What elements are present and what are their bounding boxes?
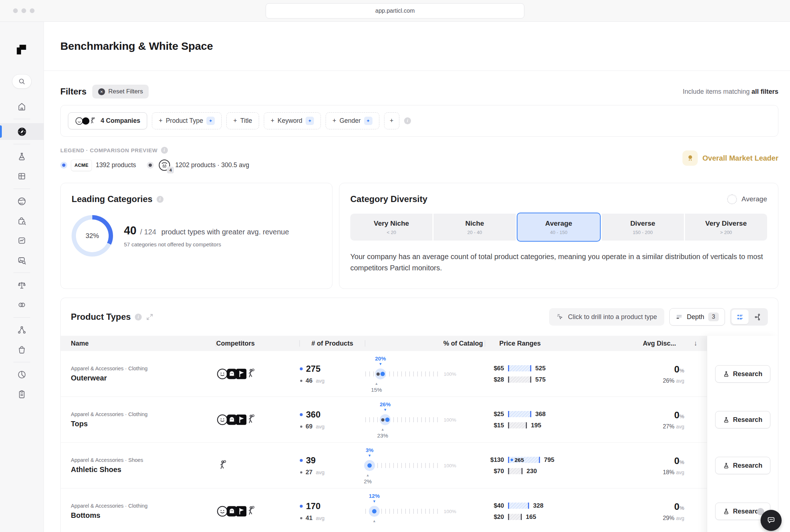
keyword-filter-chip[interactable]: + Keyword ✦: [264, 112, 321, 129]
image-search-icon: [17, 255, 27, 265]
column-header-price[interactable]: Price Ranges: [485, 336, 638, 351]
sidebar-search-button[interactable]: [12, 74, 32, 89]
discount-value: 0: [674, 410, 679, 420]
window-controls[interactable]: [13, 8, 35, 13]
search-icon: [17, 77, 26, 86]
sidebar-item-reports[interactable]: [0, 386, 44, 403]
sidebar-item-trends[interactable]: [0, 232, 44, 249]
segment-very-niche[interactable]: Very Niche < 20: [350, 214, 432, 241]
sidebar-item-compare[interactable]: [0, 277, 44, 294]
price-high: 368: [535, 411, 545, 418]
product-count: 360: [306, 410, 321, 420]
research-button[interactable]: Research: [715, 365, 770, 383]
catalog-percent: 12%: [365, 493, 384, 499]
row-name: Outerwear: [71, 374, 216, 382]
sidebar-divider: [13, 119, 30, 119]
table-row-outerwear[interactable]: Apparel & Accessories · Clothing Outerwe…: [61, 351, 778, 397]
research-button[interactable]: Research: [715, 411, 770, 428]
logo-icon: [16, 44, 28, 56]
depth-icon: [676, 313, 683, 321]
track-max-label: 100%: [444, 463, 456, 468]
sidebar-divider: [13, 317, 30, 318]
product-count: 275: [306, 364, 321, 374]
table-row-bottoms[interactable]: Apparel & Accessories · Clothing Bottoms: [61, 488, 778, 532]
price-low: $70: [485, 468, 504, 475]
add-filter-chip[interactable]: +: [384, 112, 399, 129]
competitor-count-badge: 4: [167, 166, 174, 174]
segment-average[interactable]: Average 40 - 150: [517, 213, 600, 242]
product-count-avg: 27: [306, 469, 313, 476]
categories-caption: product types with greater avg. revenue: [161, 228, 289, 236]
sidebar-item-image-search[interactable]: [0, 252, 44, 269]
sidebar-item-lab[interactable]: [0, 148, 44, 165]
product-type-filter-chip[interactable]: + Product Type ✦: [152, 112, 222, 129]
column-header-competitors[interactable]: Competitors: [216, 336, 300, 351]
slider-marker: [369, 506, 380, 517]
sidebar-item-share[interactable]: [0, 366, 44, 383]
sidebar-item-benchmarking[interactable]: [0, 123, 44, 140]
sidebar-item-shopping[interactable]: [0, 341, 44, 358]
depth-button[interactable]: Depth 3: [669, 308, 725, 326]
price-range-bar: [508, 411, 531, 417]
title-filter-chip[interactable]: + Title: [226, 112, 259, 129]
discount-avg: 29%: [663, 515, 674, 521]
price-low: $130: [485, 456, 504, 464]
list-view-toggle[interactable]: [731, 310, 749, 324]
info-icon[interactable]: i: [157, 196, 164, 203]
price-ranges: $65 525 $28 575: [485, 365, 638, 383]
sidebar-item-matching[interactable]: [0, 297, 44, 313]
diversity-segmented-control: Very Niche < 20 Niche 20 - 40 Average 40…: [350, 214, 767, 242]
info-icon[interactable]: i: [135, 314, 142, 321]
column-header-name[interactable]: Name: [71, 336, 216, 351]
column-header-products[interactable]: # of Products: [300, 336, 365, 351]
gender-filter-chip[interactable]: + Gender ✦: [326, 112, 379, 129]
reset-filters-label: Reset Filters: [108, 88, 143, 95]
slider-track: [365, 463, 441, 468]
chat-fab-button[interactable]: [761, 510, 782, 531]
sidebar-item-network[interactable]: [0, 322, 44, 338]
segment-niche[interactable]: Niche 20 - 40: [434, 214, 516, 241]
table-row-tops[interactable]: Apparel & Accessories · Clothing Tops: [61, 397, 778, 443]
reset-filters-button[interactable]: ✕ Reset Filters: [92, 85, 149, 98]
research-column: Research Research Research: [707, 336, 778, 532]
competitors-stat: 1202 products · 300.5 avg: [175, 161, 249, 169]
sort-descending-icon[interactable]: ↓: [694, 336, 698, 351]
sidebar-item-market[interactable]: [0, 193, 44, 210]
price-range-bar: [508, 468, 523, 474]
table-row-athletic-shoes[interactable]: Apparel & Accessories · Shoes Athletic S…: [61, 443, 778, 488]
product-type-chip-label: Product Type: [166, 117, 203, 125]
medal-icon: [682, 150, 698, 166]
price-ranges: $130 265 795 $70 230: [485, 456, 638, 475]
company-dot-icon: [300, 459, 303, 462]
discount-avg: 18%: [663, 469, 674, 475]
discount-avg: 27%: [663, 423, 674, 430]
page-header: Benchmarking & White Space: [44, 22, 790, 71]
price-high: 525: [535, 365, 545, 372]
tree-view-toggle[interactable]: [749, 310, 766, 324]
column-header-catalog[interactable]: % of Catalog: [365, 336, 485, 351]
active-indicator: [0, 125, 2, 138]
price-low: $20: [485, 513, 504, 521]
particl-logo[interactable]: [16, 44, 28, 56]
company-dot-icon: [300, 367, 303, 370]
drill-hint-button[interactable]: Click to drill into a product type: [549, 308, 664, 326]
price-high: 165: [526, 513, 536, 521]
segment-diverse[interactable]: Diverse 150 - 200: [602, 214, 684, 241]
sidebar-item-product-search[interactable]: [0, 213, 44, 229]
compass-icon: [17, 127, 27, 137]
price-range-bar: 265: [508, 457, 540, 463]
avg-dot-icon: [300, 471, 302, 473]
category-diversity-card: Category Diversity Average Very Niche < …: [339, 183, 778, 289]
research-button[interactable]: Research: [715, 457, 770, 474]
sidebar-item-tables[interactable]: [0, 168, 44, 185]
sidebar-item-home[interactable]: [0, 98, 44, 115]
filter-chips-container: 4 Companies + Product Type ✦ + Title + K…: [60, 105, 778, 137]
url-bar[interactable]: app.particl.com: [266, 3, 524, 19]
info-icon[interactable]: i: [161, 147, 168, 154]
info-icon[interactable]: i: [404, 117, 411, 124]
segment-very-diverse[interactable]: Very Diverse > 200: [685, 214, 767, 241]
companies-filter-chip[interactable]: 4 Companies: [68, 112, 147, 129]
flask-icon: [723, 371, 730, 378]
scales-icon: [17, 281, 27, 290]
expand-icon[interactable]: [146, 313, 154, 321]
